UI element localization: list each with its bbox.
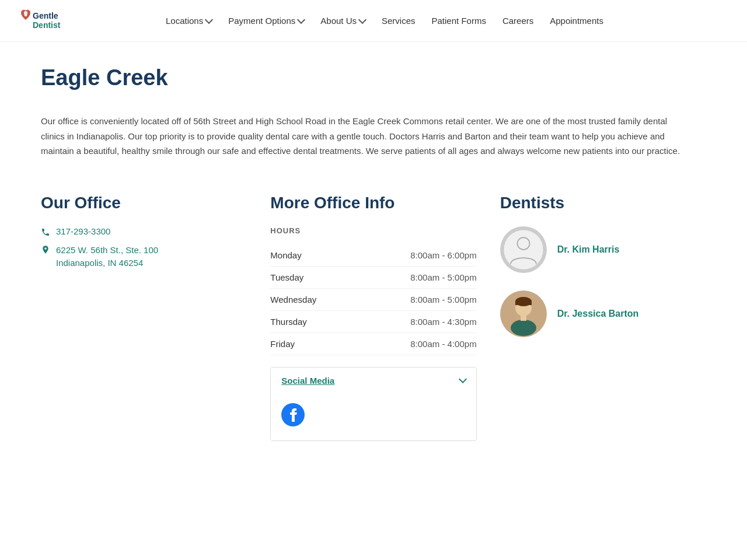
table-row: Monday8:00am - 6:00pm (270, 244, 476, 267)
main-content: Eagle Creek Our office is conveniently l… (23, 42, 724, 476)
table-row: Wednesday8:00am - 5:00pm (270, 288, 476, 310)
dentists-heading: Dentists (500, 194, 706, 212)
dentists-column: Dentists Dr. Kim Harris (500, 194, 706, 355)
nav-item-appointments[interactable]: Appointments (542, 11, 612, 30)
nav-label-patient-forms: Patient Forms (432, 16, 486, 26)
nav-item-patient-forms[interactable]: Patient Forms (424, 11, 494, 30)
hours-value: 8:00am - 5:00pm (355, 266, 476, 288)
office-heading: Our Office (41, 194, 247, 212)
dentist-name-barton[interactable]: Dr. Jessica Barton (557, 309, 639, 319)
svg-text:Gentle: Gentle (33, 11, 58, 20)
social-media-box: Social Media (270, 367, 476, 441)
nav-label-locations: Locations (166, 16, 203, 26)
avatar-harris (500, 226, 547, 273)
hours-table: Monday8:00am - 6:00pmTuesday8:00am - 5:0… (270, 244, 476, 355)
svg-point-9 (511, 320, 536, 336)
facebook-icon (281, 403, 305, 426)
page-description: Our office is conveniently located off o… (41, 114, 683, 159)
day-label: Wednesday (270, 288, 355, 310)
address-line2: Indianapolis, IN 46254 (56, 257, 158, 270)
table-row: Thursday8:00am - 4:30pm (270, 310, 476, 332)
hours-value: 8:00am - 6:00pm (355, 244, 476, 267)
chevron-down-icon (358, 16, 366, 24)
social-media-body (271, 394, 476, 440)
page-title: Eagle Creek (41, 65, 706, 90)
office-phone-line: 317-293-3300 (41, 226, 247, 237)
office-info: 317-293-3300 6225 W. 56th St., Ste. 100 … (41, 226, 247, 270)
phone-icon (41, 228, 50, 237)
svg-rect-8 (515, 302, 532, 305)
nav-item-services[interactable]: Services (374, 11, 424, 30)
hours-value: 8:00am - 5:00pm (355, 288, 476, 310)
location-icon (41, 245, 50, 254)
chevron-down-icon (297, 16, 305, 24)
office-address: 6225 W. 56th St., Ste. 100 Indianapolis,… (56, 244, 158, 270)
main-nav: Gentle Dentist Locations Payment Options… (0, 0, 747, 42)
hours-label: HOURS (270, 226, 476, 235)
social-media-toggle[interactable]: Social Media (271, 368, 476, 394)
avatar-barton (500, 290, 547, 337)
nav-label-payment: Payment Options (228, 16, 295, 26)
phone-number[interactable]: 317-293-3300 (56, 226, 110, 236)
hours-column: More Office Info HOURS Monday8:00am - 6:… (270, 194, 476, 441)
nav-links: Locations Payment Options About Us Servi… (158, 11, 735, 30)
person-photo-icon (500, 290, 547, 337)
nav-item-payment[interactable]: Payment Options (220, 11, 312, 30)
day-label: Thursday (270, 310, 355, 332)
hours-value: 8:00am - 4:30pm (355, 310, 476, 332)
svg-rect-10 (521, 315, 526, 321)
dentist-name-harris[interactable]: Dr. Kim Harris (557, 244, 620, 255)
social-media-label: Social Media (281, 376, 334, 386)
day-label: Friday (270, 332, 355, 355)
nav-label-appointments: Appointments (550, 16, 603, 26)
nav-label-careers: Careers (502, 16, 533, 26)
dentist-card-barton: Dr. Jessica Barton (500, 290, 706, 337)
day-label: Tuesday (270, 266, 355, 288)
office-address-line: 6225 W. 56th St., Ste. 100 Indianapolis,… (41, 244, 247, 270)
chevron-down-icon (459, 375, 467, 383)
person-outline-icon (503, 229, 544, 270)
info-columns: Our Office 317-293-3300 6225 W. 56th St.… (41, 194, 706, 441)
dentist-card-harris: Dr. Kim Harris (500, 226, 706, 273)
logo[interactable]: Gentle Dentist (12, 4, 146, 38)
nav-item-about[interactable]: About Us (312, 11, 374, 30)
hours-value: 8:00am - 4:00pm (355, 332, 476, 355)
nav-label-services: Services (382, 16, 416, 26)
office-column: Our Office 317-293-3300 6225 W. 56th St.… (41, 194, 247, 270)
nav-item-locations[interactable]: Locations (158, 11, 220, 30)
table-row: Friday8:00am - 4:00pm (270, 332, 476, 355)
facebook-link[interactable] (281, 418, 305, 428)
chevron-down-icon (205, 16, 213, 24)
address-line1: 6225 W. 56th St., Ste. 100 (56, 244, 158, 257)
day-label: Monday (270, 244, 355, 267)
hours-heading: More Office Info (270, 194, 476, 212)
nav-label-about: About Us (320, 16, 357, 26)
nav-item-careers[interactable]: Careers (494, 11, 542, 30)
svg-text:Dentist: Dentist (33, 20, 61, 30)
table-row: Tuesday8:00am - 5:00pm (270, 266, 476, 288)
